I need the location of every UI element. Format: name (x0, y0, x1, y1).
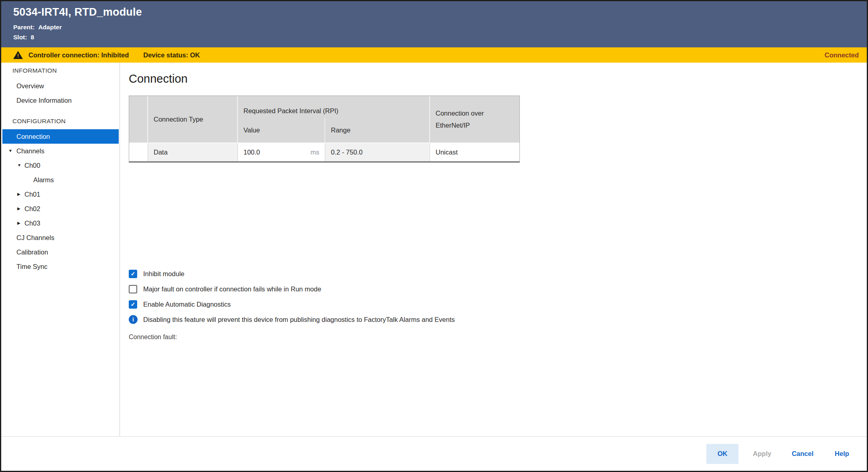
column-header-range: Range (325, 118, 430, 143)
controller-connection-status: Controller connection: Inhibited (28, 51, 129, 59)
device-status: Device status: OK (143, 51, 200, 59)
inhibit-module-checkbox[interactable]: ✓ (129, 270, 137, 278)
sidebar-item-calibration[interactable]: Calibration (1, 245, 120, 259)
sidebar-item-label: Channels (16, 147, 45, 155)
slot-line: Slot: 8 (13, 32, 867, 42)
footer-button-bar: OK Apply Cancel Help (1, 436, 867, 471)
diagnostics-info-text: Disabling this feature will prevent this… (143, 316, 455, 323)
row-selector-cell[interactable] (129, 143, 148, 161)
enable-automatic-diagnostics-checkbox[interactable]: ✓ (129, 300, 137, 309)
slot-label: Slot: (13, 32, 27, 42)
slot-value: 8 (30, 32, 34, 42)
sidebar-item-label: Ch01 (24, 191, 40, 198)
checkbox-label: Inhibit module (143, 270, 185, 278)
check-icon: ✓ (131, 301, 136, 307)
sidebar-item-device-information[interactable]: Device Information (1, 93, 120, 108)
column-header-value: Value (238, 118, 325, 143)
rpi-range-cell: 0.2 - 750.0 (325, 143, 430, 161)
page-title: 5034-IRT4I, RTD_module (13, 6, 867, 18)
ok-button[interactable]: OK (706, 444, 738, 464)
column-header-connection-over-ethernetip: Connection over EtherNet/IP (430, 96, 519, 143)
body: INFORMATION Overview Device Information … (1, 63, 867, 436)
chevron-expanded-icon[interactable]: ▼ (17, 158, 21, 173)
cancel-button[interactable]: Cancel (786, 450, 819, 458)
apply-button[interactable]: Apply (748, 450, 776, 458)
parent-label: Parent: (13, 22, 34, 32)
connection-options: ✓ Inhibit module Major fault on controll… (129, 266, 867, 341)
sidebar-section-configuration: CONFIGURATION (1, 116, 120, 127)
connection-over-ethernetip-cell[interactable]: Unicast (430, 143, 519, 161)
option-major-fault: Major fault on controller if connection … (129, 281, 867, 297)
chevron-expanded-icon[interactable]: ▼ (8, 144, 12, 158)
sidebar-item-overview[interactable]: Overview (1, 79, 120, 93)
warning-icon: ! (13, 51, 23, 59)
module-properties-window: 5034-IRT4I, RTD_module Parent: Adapter S… (0, 0, 868, 472)
titlebar: 5034-IRT4I, RTD_module Parent: Adapter S… (1, 1, 867, 47)
column-header-rpi: Requested Packet Interval (RPI) (238, 96, 430, 118)
status-bar: ! Controller connection: Inhibited Devic… (1, 47, 867, 63)
sidebar-section-information: INFORMATION (1, 65, 120, 76)
sidebar-item-alarms[interactable]: Alarms (1, 173, 120, 187)
sidebar-item-channels[interactable]: ▼ Channels (1, 144, 120, 158)
sidebar-item-cj-channels[interactable]: CJ Channels (1, 230, 120, 245)
diagnostics-info-row: i Disabling this feature will prevent th… (129, 312, 867, 327)
rpi-value-cell[interactable]: 100.0 ms (238, 143, 325, 161)
sidebar-item-label: Ch03 (24, 220, 40, 227)
help-button[interactable]: Help (829, 450, 855, 458)
connection-state-badge: Connected (825, 51, 859, 59)
chevron-collapsed-icon[interactable]: ▶ (17, 187, 20, 201)
connection-panel: Connection Connection Type Requested Pac… (120, 63, 867, 436)
sidebar-item-time-sync[interactable]: Time Sync (1, 259, 120, 274)
major-fault-checkbox[interactable] (129, 285, 137, 293)
rpi-unit: ms (310, 149, 319, 156)
column-header-connection-type: Connection Type (148, 96, 238, 143)
checkbox-label: Enable Automatic Diagnostics (143, 301, 231, 308)
checkbox-label: Major fault on controller if connection … (143, 285, 321, 293)
info-icon: i (129, 315, 138, 324)
sidebar-item-label: Ch00 (24, 162, 40, 169)
sidebar-nav: INFORMATION Overview Device Information … (1, 63, 120, 436)
sidebar-item-connection[interactable]: Connection (2, 129, 119, 144)
connection-table: Connection Type Requested Packet Interva… (129, 96, 520, 163)
connection-fault-label: Connection fault: (129, 334, 867, 341)
rpi-value[interactable]: 100.0 (243, 149, 260, 156)
sidebar-item-ch03[interactable]: ▶ Ch03 (1, 216, 120, 230)
parent-line: Parent: Adapter (13, 22, 867, 32)
panel-title: Connection (129, 71, 867, 87)
sidebar-item-label: Ch02 (24, 205, 40, 212)
chevron-collapsed-icon[interactable]: ▶ (17, 201, 20, 216)
sidebar-item-ch00[interactable]: ▼ Ch00 (1, 158, 120, 173)
parent-value: Adapter (38, 22, 62, 32)
connection-type-cell: Data (148, 143, 238, 161)
sidebar-item-ch01[interactable]: ▶ Ch01 (1, 187, 120, 201)
sidebar-item-ch02[interactable]: ▶ Ch02 (1, 201, 120, 216)
check-icon: ✓ (131, 271, 136, 277)
table-header-blank (129, 96, 148, 143)
chevron-collapsed-icon[interactable]: ▶ (17, 216, 20, 230)
option-inhibit-module: ✓ Inhibit module (129, 266, 867, 281)
option-enable-automatic-diagnostics: ✓ Enable Automatic Diagnostics (129, 297, 867, 312)
